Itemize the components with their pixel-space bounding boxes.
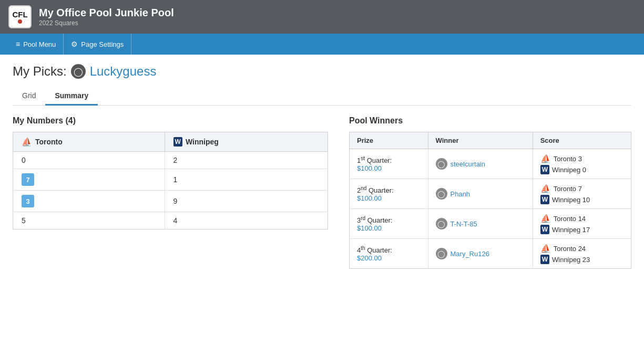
toronto-number-cell: 7 [13,169,165,191]
winnipeg-score-row: W Winnipeg 10 [540,195,623,204]
toronto-score-icon: ⛵ [540,243,551,254]
winnipeg-score-label: Winnipeg 0 [552,166,586,174]
page-settings-label: Page Settings [81,40,124,48]
toronto-label: Toronto [35,138,63,146]
page-settings-button[interactable]: ⚙ Page Settings [64,34,131,55]
numbers-row: 39 [13,191,328,212]
number-badge: 7 [22,173,34,186]
winner-cell: ◯steelcurtain [428,149,533,179]
toronto-number-cell: 5 [13,212,165,229]
page-title: My Picks: ◯ Luckyguess [13,64,631,79]
cfl-logo-dot [18,19,22,24]
app-header: CFL My Office Pool Junkie Pool 2022 Squa… [0,0,644,34]
winnipeg-score-label: Winnipeg 23 [552,256,590,264]
score-display: ⛵ Toronto 14 W Winnipeg 17 [540,213,623,234]
pool-menu-button[interactable]: ≡ Pool Menu [8,34,64,55]
winner-avatar: ◯ [436,218,447,229]
score-cell: ⛵ Toronto 7 W Winnipeg 10 [533,179,631,209]
winners-row: 4th Quarter:$200.00◯Mary_Ru126 ⛵ Toronto… [350,239,631,269]
numbers-row: 54 [13,212,328,229]
username: Luckyguess [90,64,157,79]
my-picks-label: My Picks: [13,64,67,79]
winner-link[interactable]: ◯steelcurtain [436,158,525,170]
score-cell: ⛵ Toronto 3 W Winnipeg 0 [533,149,631,179]
pool-menu-label: Pool Menu [23,40,56,48]
winnipeg-score-icon: W [540,165,549,174]
prize-quarter-label: 4th Quarter: [357,245,421,254]
pool-winners-panel: Pool Winners Prize Winner Score 1st Quar… [349,116,631,269]
toronto-score-row: ⛵ Toronto 3 [540,153,623,164]
prize-cell: 4th Quarter:$200.00 [350,239,428,269]
winner-name: Mary_Ru126 [451,250,489,258]
winner-cell: ◯Mary_Ru126 [428,239,533,269]
toronto-score-label: Toronto 3 [554,155,582,163]
prize-cell: 2nd Quarter:$100.00 [350,179,428,209]
toronto-score-icon: ⛵ [540,213,551,224]
winner-avatar: ◯ [436,248,447,259]
winner-link[interactable]: ◯Phanh [436,188,525,200]
winners-row: 3rd Quarter:$100.00◯T-N-T-85 ⛵ Toronto 1… [350,209,631,239]
pool-winners-title: Pool Winners [349,116,631,126]
toronto-score-icon: ⛵ [540,183,551,194]
winners-table: Prize Winner Score 1st Quarter:$100.00◯s… [349,132,631,269]
toronto-score-label: Toronto 7 [554,185,582,193]
header-title-block: My Office Pool Junkie Pool 2022 Squares [39,7,174,27]
numbers-table: ⛵ Toronto W Winnipeg 02713954 [13,132,328,229]
winner-name: T-N-T-85 [451,220,477,228]
pool-name: My Office Pool Junkie Pool [39,7,174,19]
toronto-header: ⛵ Toronto [22,137,156,147]
prize-quarter-label: 2nd Quarter: [357,185,421,194]
winner-link[interactable]: ◯T-N-T-85 [436,218,525,229]
winnipeg-score-icon: W [540,255,549,264]
winnipeg-number-cell: 1 [165,169,328,191]
number-badge: 3 [22,195,34,207]
cfl-logo-text: CFL [12,11,27,18]
toronto-score-label: Toronto 24 [554,245,586,253]
score-display: ⛵ Toronto 24 W Winnipeg 23 [540,243,623,264]
toronto-score-row: ⛵ Toronto 7 [540,183,623,194]
winner-avatar: ◯ [436,188,447,200]
winnipeg-number-cell: 4 [165,212,328,229]
prize-cell: 1st Quarter:$100.00 [350,149,428,179]
toronto-icon: ⛵ [22,137,32,147]
prize-amount: $200.00 [357,254,421,262]
pool-subtitle: 2022 Squares [39,19,174,27]
gear-icon: ⚙ [71,40,78,48]
my-numbers-panel: My Numbers (4) ⛵ Toronto W [13,116,328,269]
tab-grid[interactable]: Grid [13,87,45,106]
winnipeg-number-cell: 9 [165,191,328,212]
winnipeg-col-header: W Winnipeg [165,132,328,152]
page-content: My Picks: ◯ Luckyguess Grid Summary My N… [0,55,644,278]
toronto-score-icon: ⛵ [540,153,551,164]
winners-row: 2nd Quarter:$100.00◯Phanh ⛵ Toronto 7 W … [350,179,631,209]
tabs-bar: Grid Summary [13,87,631,106]
score-display: ⛵ Toronto 7 W Winnipeg 10 [540,183,623,204]
winnipeg-score-icon: W [540,195,549,204]
numbers-row: 02 [13,152,328,169]
winnipeg-score-row: W Winnipeg 17 [540,225,623,234]
winnipeg-score-icon: W [540,225,549,234]
winnipeg-score-row: W Winnipeg 23 [540,255,623,264]
winnipeg-score-row: W Winnipeg 0 [540,165,623,174]
cfl-logo: CFL [8,5,32,28]
score-cell: ⛵ Toronto 24 W Winnipeg 23 [533,239,631,269]
navbar: ≡ Pool Menu ⚙ Page Settings [0,34,644,55]
prize-cell: 3rd Quarter:$100.00 [350,209,428,239]
user-avatar: ◯ [71,64,86,79]
winner-cell: ◯Phanh [428,179,533,209]
toronto-score-row: ⛵ Toronto 24 [540,243,623,254]
prize-amount: $100.00 [357,164,421,172]
winners-row: 1st Quarter:$100.00◯steelcurtain ⛵ Toron… [350,149,631,179]
hamburger-icon: ≡ [16,40,20,48]
prize-quarter-label: 3rd Quarter: [357,215,421,224]
winner-col-header: Winner [428,132,533,149]
winner-link[interactable]: ◯Mary_Ru126 [436,248,525,259]
prize-quarter-label: 1st Quarter: [357,155,421,164]
score-display: ⛵ Toronto 3 W Winnipeg 0 [540,153,623,174]
prize-amount: $100.00 [357,194,421,202]
winner-name: steelcurtain [451,160,485,168]
numbers-row: 71 [13,169,328,191]
winnipeg-score-label: Winnipeg 10 [552,196,590,204]
main-layout: My Numbers (4) ⛵ Toronto W [13,116,631,269]
tab-summary[interactable]: Summary [45,87,98,106]
